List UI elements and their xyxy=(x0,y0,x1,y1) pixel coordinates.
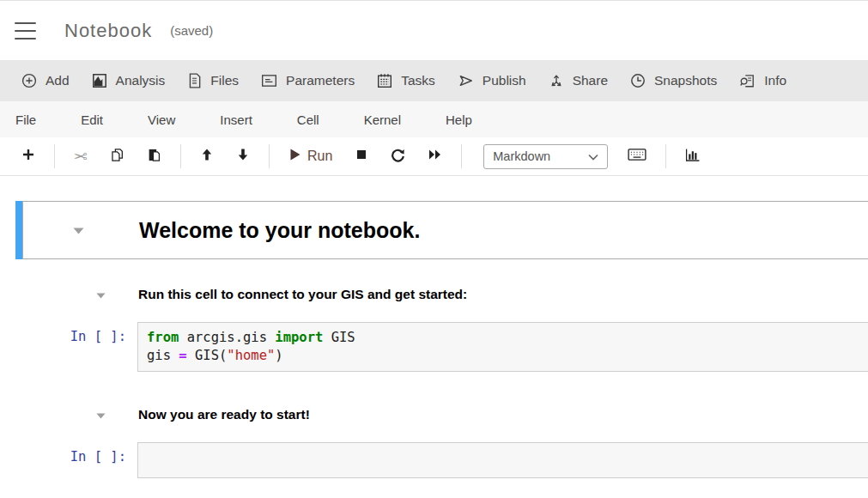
copy-cell-button[interactable] xyxy=(99,143,136,169)
analysis-icon xyxy=(92,73,107,88)
add-icon xyxy=(21,73,37,88)
input-prompt: In [ ]: xyxy=(0,322,137,372)
menu-help[interactable]: Help xyxy=(434,112,484,127)
collapse-arrow-icon[interactable] xyxy=(73,222,84,238)
keyboard-icon xyxy=(628,148,646,165)
notebook-menu-bar: File Edit View Insert Cell Kernel Help xyxy=(0,101,868,137)
cell-toolbar: ✂ Run Markdown xyxy=(0,137,868,176)
markdown-cell-instructions[interactable]: Run this cell to connect to your GIS and… xyxy=(0,283,868,306)
markdown-cell-ready[interactable]: Now you are ready to start! xyxy=(0,404,868,426)
menu-cell[interactable]: Cell xyxy=(285,112,331,127)
move-up-icon xyxy=(200,148,214,165)
run-all-button[interactable] xyxy=(416,143,453,169)
toolbar-divider xyxy=(269,144,270,168)
selected-cell-box[interactable]: Welcome to your notebook. xyxy=(22,201,868,259)
tasks-icon xyxy=(377,73,392,88)
files-button[interactable]: Files xyxy=(176,60,250,101)
copy-icon xyxy=(110,148,124,166)
move-down-icon xyxy=(236,148,250,165)
add-cell-button[interactable] xyxy=(10,143,46,169)
cell-heading: Welcome to your notebook. xyxy=(139,218,420,243)
tasks-button[interactable]: Tasks xyxy=(366,60,446,101)
page-title: Notebook xyxy=(64,20,152,42)
parameters-icon xyxy=(261,73,277,88)
collapse-arrow-icon[interactable] xyxy=(96,287,106,302)
collapse-arrow-icon[interactable] xyxy=(96,407,106,422)
menu-edit[interactable]: Edit xyxy=(69,112,115,127)
app-toolbar: Add Analysis Files Parameters Tasks Publ… xyxy=(0,60,868,101)
code-editor-empty[interactable] xyxy=(137,442,868,478)
move-cell-down-button[interactable] xyxy=(225,143,261,169)
stop-button[interactable] xyxy=(343,143,379,169)
cell-toolbar-chart-button[interactable] xyxy=(674,143,712,169)
input-prompt: In [ ]: xyxy=(0,442,137,478)
command-palette-button[interactable] xyxy=(616,143,658,169)
cut-icon: ✂ xyxy=(74,149,88,165)
info-icon xyxy=(739,73,756,88)
paste-cell-button[interactable] xyxy=(136,143,173,169)
move-cell-up-button[interactable] xyxy=(189,143,225,169)
restart-kernel-icon xyxy=(391,148,405,166)
stop-icon xyxy=(355,148,368,165)
code-editor[interactable]: from arcgis.gis import GISgis = GIS("hom… xyxy=(137,322,868,372)
info-button[interactable]: Info xyxy=(728,60,798,101)
toolbar-divider xyxy=(180,144,181,168)
run-label: Run xyxy=(307,149,332,164)
toolbar-divider xyxy=(54,144,55,168)
selected-cell-indicator xyxy=(15,201,22,259)
snapshots-icon xyxy=(630,73,646,88)
code-cell-gis-connect[interactable]: In [ ]: from arcgis.gis import GISgis = … xyxy=(0,322,868,372)
files-icon xyxy=(187,73,202,88)
add-button[interactable]: Add xyxy=(10,60,81,101)
chevron-down-icon xyxy=(588,149,598,163)
run-button[interactable]: Run xyxy=(277,143,343,169)
cell-heading: Now you are ready to start! xyxy=(138,407,310,422)
publish-icon xyxy=(458,73,474,88)
snapshots-button[interactable]: Snapshots xyxy=(619,60,728,101)
menu-kernel[interactable]: Kernel xyxy=(352,112,413,127)
notebook-content: Welcome to your notebook. Run this cell … xyxy=(0,176,868,478)
add-cell-icon xyxy=(21,148,35,165)
publish-button[interactable]: Publish xyxy=(446,60,537,101)
fast-forward-icon xyxy=(428,148,442,165)
markdown-cell-welcome[interactable]: Welcome to your notebook. xyxy=(15,201,868,259)
menu-view[interactable]: View xyxy=(136,112,187,127)
paste-icon xyxy=(147,148,161,166)
cell-heading: Run this cell to connect to your GIS and… xyxy=(138,287,467,302)
toolbar-divider xyxy=(665,144,666,168)
toolbar-divider xyxy=(461,144,462,168)
hamburger-menu-icon[interactable] xyxy=(15,22,36,39)
menu-insert[interactable]: Insert xyxy=(208,112,264,127)
parameters-button[interactable]: Parameters xyxy=(250,60,366,101)
cell-type-dropdown[interactable]: Markdown xyxy=(483,144,608,169)
save-status: (saved) xyxy=(170,23,213,38)
restart-kernel-button[interactable] xyxy=(379,143,416,169)
analysis-button[interactable]: Analysis xyxy=(81,60,177,101)
share-button[interactable]: Share xyxy=(537,60,619,101)
cut-cell-button[interactable]: ✂ xyxy=(63,143,99,169)
menu-file[interactable]: File xyxy=(3,112,48,127)
app-header: Notebook (saved) xyxy=(0,0,868,60)
cell-toolbar-chart-icon xyxy=(685,148,701,166)
share-icon xyxy=(549,73,564,88)
run-icon xyxy=(288,148,301,165)
code-cell-empty[interactable]: In [ ]: xyxy=(0,442,868,478)
